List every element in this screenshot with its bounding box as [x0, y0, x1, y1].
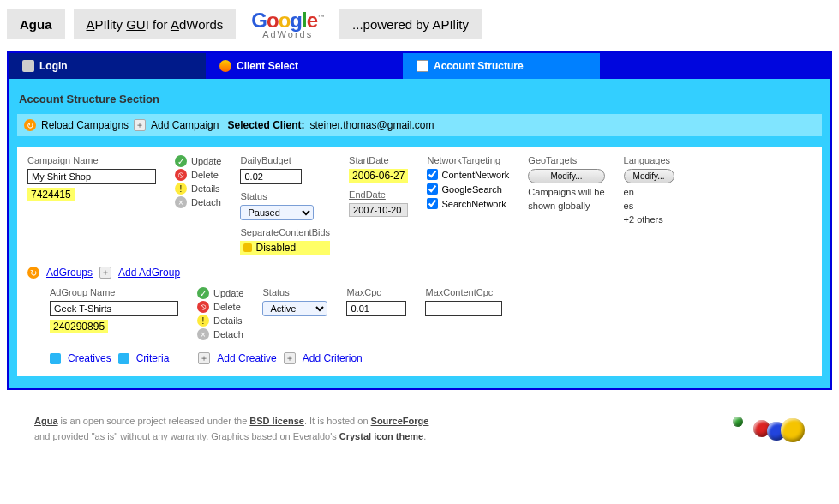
add-creative-link[interactable]: Add Creative — [217, 352, 276, 364]
add-criterion-icon: ＋ — [284, 352, 296, 364]
detach-icon: × — [175, 196, 187, 208]
budget-status-col: DailyBudget Status Paused SeparateConten… — [240, 155, 330, 255]
maxcpc-col: MaxCpc — [346, 287, 406, 316]
criteria-link[interactable]: Criteria — [136, 352, 170, 364]
detach-action[interactable]: ×Detach — [175, 196, 221, 208]
status-select[interactable]: Paused — [240, 205, 314, 220]
creatives-link[interactable]: Creatives — [68, 352, 111, 364]
creatives-bar: Creatives Criteria ＋ Add Creative ＋ Add … — [50, 352, 812, 364]
adgroup-name-input[interactable] — [50, 301, 178, 316]
geotargets-msg: Campaigns will be — [528, 187, 604, 197]
reload-icon: ↻ — [24, 119, 36, 131]
bulb-icon: ! — [175, 183, 187, 195]
app-name-button[interactable]: Agua — [7, 9, 65, 39]
adgroup-id: 240290895 — [50, 320, 108, 333]
tab-account-structure[interactable]: Account Structure — [403, 53, 600, 79]
ag-delete-action[interactable]: ⦸Delete — [197, 301, 243, 313]
people-icon — [219, 60, 231, 72]
startdate-label: StartDate — [349, 155, 408, 165]
delete-action[interactable]: ⦸Delete — [175, 169, 221, 181]
creatives-icon — [50, 353, 61, 364]
adgroup-name-label: AdGroup Name — [50, 287, 178, 297]
languages-col: Languages Modify... en es +2 others — [624, 155, 674, 225]
adgroup-block: AdGroup Name 240290895 ✓Update ⦸Delete !… — [50, 287, 812, 340]
section-title: Account Structure Section — [19, 93, 822, 105]
selected-client-label: Selected Client: — [227, 119, 304, 131]
add-adgroup-icon: ＋ — [99, 267, 111, 279]
campaign-actions: ✓Update ⦸Delete !Details ×Detach — [175, 155, 221, 208]
adgroup-actions: ✓Update ⦸Delete !Details ×Detach — [197, 287, 243, 340]
lang-more: +2 others — [624, 214, 674, 225]
enddate-label: EndDate — [349, 189, 408, 200]
footer-sf-link[interactable]: SourceForge — [371, 416, 429, 426]
adgroups-bar: ↻ AdGroups ＋ Add AdGroup — [27, 267, 812, 279]
footer-text: Agua is an open source project released … — [34, 414, 428, 444]
languages-label: Languages — [624, 155, 674, 165]
lock-icon — [22, 60, 34, 72]
tab-label: Account Structure — [434, 60, 524, 72]
main-frame: Login Client Select Account Structure Ac… — [7, 51, 832, 390]
lang-es: es — [624, 201, 674, 211]
section-toolbar: ↻ Reload Campaigns ＋ Add Campaign Select… — [17, 114, 822, 136]
tagline-button[interactable]: APIlity GUI for AdWords — [74, 9, 237, 39]
lang-en: en — [624, 187, 674, 197]
campaign-name-input[interactable] — [27, 169, 156, 184]
details-action[interactable]: !Details — [175, 183, 221, 195]
selected-client-email: steiner.thomas@gmail.com — [309, 119, 434, 131]
update-icon: ✓ — [197, 287, 209, 299]
tab-login[interactable]: Login — [9, 53, 206, 79]
maxcpc-label: MaxCpc — [346, 287, 406, 297]
ag-details-action[interactable]: !Details — [197, 315, 243, 327]
sheet-icon — [417, 60, 428, 72]
delete-icon: ⦸ — [175, 169, 187, 181]
dailybudget-label: DailyBudget — [240, 155, 330, 165]
delete-icon: ⦸ — [197, 301, 209, 313]
geotargets-label: GeoTargets — [528, 155, 604, 165]
maxcpc-input[interactable] — [346, 301, 406, 316]
reload-campaigns-link[interactable]: Reload Campaigns — [41, 119, 129, 131]
detach-icon: × — [197, 328, 209, 340]
nt-content-network[interactable]: ContentNetwork — [427, 169, 509, 180]
add-campaign-icon: ＋ — [134, 119, 146, 131]
footer-crystal-link[interactable]: Crystal icon theme — [339, 431, 423, 441]
ag-detach-action[interactable]: ×Detach — [197, 328, 243, 340]
footer-agua-link[interactable]: Agua — [34, 416, 58, 426]
adgroups-link[interactable]: AdGroups — [46, 267, 93, 279]
dailybudget-input[interactable] — [240, 169, 302, 184]
tab-client-select[interactable]: Client Select — [206, 53, 403, 79]
maxcontentcpc-label: MaxContentCpc — [425, 287, 502, 297]
startdate-value: 2006-06-27 — [349, 169, 408, 183]
footer-bsd-link[interactable]: BSD license — [249, 416, 304, 426]
add-creative-icon: ＋ — [198, 352, 210, 364]
dates-col: StartDate 2006-06-27 EndDate 2007-10-20 — [349, 155, 408, 217]
adgroup-status-col: Status Active — [262, 287, 327, 316]
status-label: Status — [240, 191, 330, 201]
enddate-value: 2007-10-20 — [349, 203, 408, 217]
update-icon: ✓ — [175, 155, 187, 167]
top-header: Agua APIlity GUI for AdWords Google™ AdW… — [0, 0, 839, 45]
bulb-icon: ! — [197, 315, 209, 327]
add-criterion-link[interactable]: Add Criterion — [303, 352, 363, 364]
status-led-icon — [243, 243, 252, 252]
tab-label: Login — [39, 60, 68, 72]
geotargets-modify-button[interactable]: Modify... — [528, 169, 604, 183]
campaign-card: Campaign Name 7424415 ✓Update ⦸Delete !D… — [17, 147, 822, 376]
nt-google-search[interactable]: GoogleSearch — [427, 183, 509, 195]
update-action[interactable]: ✓Update — [175, 155, 221, 167]
adgroups-icon: ↻ — [27, 267, 39, 279]
add-campaign-link[interactable]: Add Campaign — [151, 119, 219, 131]
powered-by-button[interactable]: ...powered by APIlity — [339, 9, 482, 39]
maxcontentcpc-input[interactable] — [425, 301, 502, 316]
page-footer: Agua is an open source project released … — [34, 414, 805, 444]
languages-modify-button[interactable]: Modify... — [624, 169, 674, 183]
google-adwords-logo: Google™ AdWords — [244, 9, 331, 39]
add-adgroup-link[interactable]: Add AdGroup — [118, 267, 180, 279]
adgroup-status-select[interactable]: Active — [262, 301, 327, 316]
nt-search-network[interactable]: SearchNetwork — [427, 198, 509, 209]
ag-update-action[interactable]: ✓Update — [197, 287, 243, 299]
adgroup-name-col: AdGroup Name 240290895 — [50, 287, 178, 333]
geotargets-col: GeoTargets Modify... Campaigns will be s… — [528, 155, 604, 211]
network-target-label: NetworkTargeting — [427, 155, 509, 165]
tab-bar: Login Client Select Account Structure — [9, 53, 830, 79]
tab-label: Client Select — [237, 60, 298, 72]
